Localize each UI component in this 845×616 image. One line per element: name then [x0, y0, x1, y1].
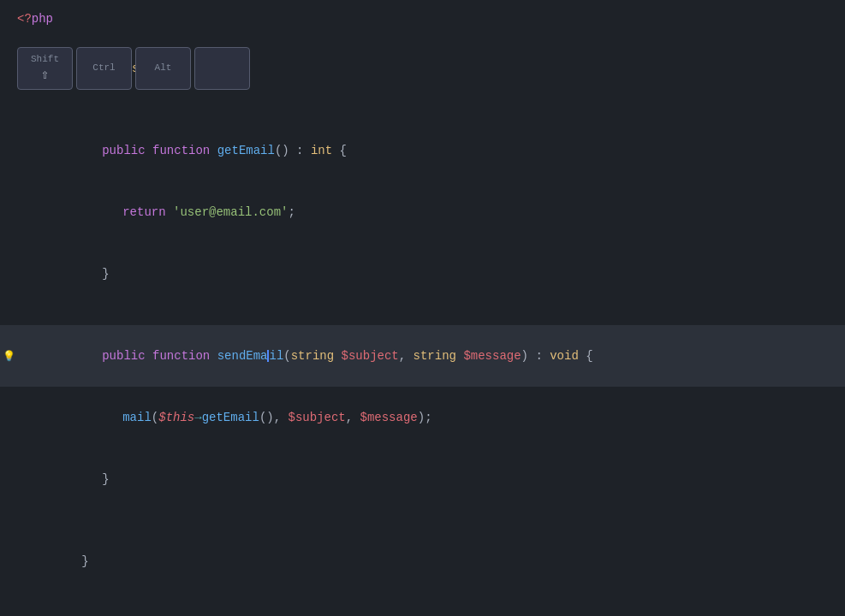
shift-key[interactable]: Shift ⇧ — [17, 47, 73, 90]
code-editor: <?php Shift ⇧ Ctrl Alt class User { — [0, 0, 845, 616]
line-content: } — [17, 243, 110, 305]
code-line — [0, 510, 845, 530]
line-content: return 'user@email.com'; — [17, 181, 295, 243]
lightbulb-icon: 💡 — [3, 350, 15, 363]
line-content: class EmailSender { — [17, 613, 218, 616]
code-line — [0, 592, 845, 613]
ctrl-key[interactable]: Ctrl — [76, 47, 132, 90]
code-line — [0, 305, 845, 325]
line-content: public function getEmail() : int { — [17, 120, 347, 181]
code-line: } — [0, 530, 845, 592]
code-line — [0, 99, 845, 120]
code-line: mail($this→getEmail(), $subject, $messag… — [0, 387, 845, 448]
code-line: return 'user@email.com'; — [0, 181, 845, 243]
code-area: class User { public function getEmail() … — [0, 38, 845, 616]
code-line: public function getEmail() : int { — [0, 120, 845, 181]
line-content: } — [17, 448, 110, 510]
code-line: } — [0, 243, 845, 305]
line-content: mail($this→getEmail(), $subject, $messag… — [17, 387, 432, 448]
alt-key[interactable]: Alt — [135, 47, 191, 90]
line-content: public function sendEmail(string $subjec… — [17, 325, 593, 387]
line-gutter: 💡 — [0, 350, 17, 363]
line-content: } — [17, 530, 89, 592]
extra-key[interactable] — [194, 47, 250, 90]
code-line: } — [0, 448, 845, 510]
php-open-tag: <?php — [0, 0, 845, 38]
code-line: class EmailSender { — [0, 613, 845, 616]
keyboard-shortcut-overlay: Shift ⇧ Ctrl Alt — [17, 47, 250, 90]
code-line-highlighted: 💡 public function sendEmail(string $subj… — [0, 325, 845, 387]
